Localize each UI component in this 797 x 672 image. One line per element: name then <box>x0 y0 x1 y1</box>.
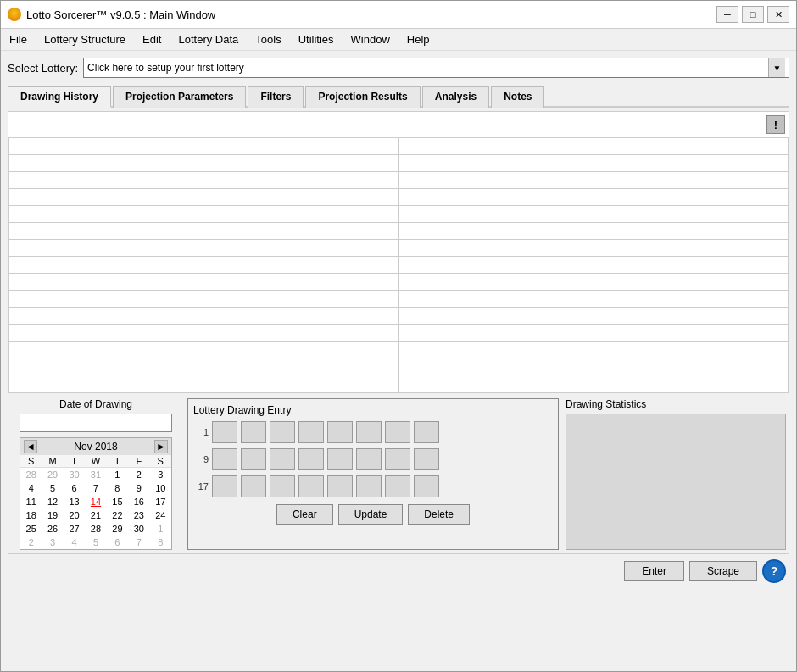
menu-item-tools[interactable]: Tools <box>247 31 289 48</box>
calendar-day[interactable]: 5 <box>42 481 63 495</box>
entry-box-9-6[interactable] <box>356 448 382 470</box>
maximize-button[interactable]: □ <box>742 6 764 23</box>
calendar-day[interactable]: 6 <box>107 536 128 549</box>
table-row <box>9 155 789 172</box>
delete-button[interactable]: Delete <box>408 504 470 525</box>
calendar-day[interactable]: 5 <box>85 536 106 549</box>
entry-box-1-2[interactable] <box>241 421 266 443</box>
entry-box-17-6[interactable] <box>356 475 382 497</box>
entry-box-1-7[interactable] <box>385 421 410 443</box>
calendar-day[interactable]: 14 <box>85 495 106 508</box>
calendar-day[interactable]: 25 <box>20 522 42 536</box>
tab-notes[interactable]: Notes <box>491 86 544 108</box>
menu-item-utilities[interactable]: Utilities <box>290 31 343 48</box>
calendar-day[interactable]: 2 <box>20 536 42 549</box>
entry-box-1-3[interactable] <box>270 421 295 443</box>
update-button[interactable]: Update <box>338 504 404 525</box>
close-button[interactable]: ✕ <box>767 6 789 23</box>
entry-box-17-5[interactable] <box>327 475 353 497</box>
tab-analysis[interactable]: Analysis <box>422 86 489 108</box>
calendar-day[interactable]: 31 <box>85 468 106 481</box>
entry-box-9-1[interactable] <box>212 448 237 470</box>
enter-button[interactable]: Enter <box>624 561 684 581</box>
date-input[interactable] <box>20 414 172 432</box>
calendar-day[interactable]: 3 <box>150 468 171 481</box>
calendar-day[interactable]: 29 <box>42 468 63 481</box>
calendar-day[interactable]: 3 <box>42 536 63 549</box>
calendar-day[interactable]: 26 <box>42 522 63 536</box>
calendar-day[interactable]: 30 <box>128 522 149 536</box>
calendar-day-header: F <box>128 455 149 467</box>
calendar-day[interactable]: 18 <box>20 508 42 522</box>
menu-item-lottery-data[interactable]: Lottery Data <box>170 31 247 48</box>
tab-filters[interactable]: Filters <box>248 86 304 108</box>
calendar-day[interactable]: 8 <box>107 481 128 495</box>
entry-box-17-7[interactable] <box>385 475 410 497</box>
calendar-day[interactable]: 7 <box>85 481 106 495</box>
info-button[interactable]: ! <box>766 115 785 134</box>
calendar-day[interactable]: 29 <box>107 522 128 536</box>
entry-box-1-5[interactable] <box>327 421 353 443</box>
calendar-day[interactable]: 23 <box>128 508 149 522</box>
calendar-day[interactable]: 28 <box>20 468 42 481</box>
entry-box-1-6[interactable] <box>356 421 382 443</box>
calendar-day[interactable]: 6 <box>64 481 85 495</box>
calendar-day[interactable]: 11 <box>20 495 42 508</box>
table-row <box>9 189 789 206</box>
calendar-day[interactable]: 8 <box>150 536 171 549</box>
calendar-day[interactable]: 12 <box>42 495 63 508</box>
menu-item-file[interactable]: File <box>1 31 36 48</box>
calendar-day[interactable]: 1 <box>150 522 171 536</box>
calendar-day[interactable]: 9 <box>128 481 149 495</box>
minimize-button[interactable]: ─ <box>716 6 738 23</box>
entry-box-9-8[interactable] <box>414 448 439 470</box>
calendar-day[interactable]: 27 <box>64 522 85 536</box>
calendar-day[interactable]: 20 <box>64 508 85 522</box>
calendar-day[interactable]: 24 <box>150 508 171 522</box>
entry-box-1-1[interactable] <box>212 421 237 443</box>
menu-item-lottery-structure[interactable]: Lottery Structure <box>36 31 134 48</box>
menu-item-edit[interactable]: Edit <box>134 31 170 48</box>
entry-box-17-8[interactable] <box>414 475 439 497</box>
entry-box-9-4[interactable] <box>298 448 324 470</box>
calendar-prev-button[interactable]: ◄ <box>24 440 37 453</box>
calendar-day[interactable]: 1 <box>107 468 128 481</box>
calendar-day[interactable]: 30 <box>64 468 85 481</box>
menu-item-window[interactable]: Window <box>343 31 398 48</box>
calendar-day[interactable]: 28 <box>85 522 106 536</box>
calendar-day[interactable]: 15 <box>107 495 128 508</box>
calendar-day[interactable]: 16 <box>128 495 149 508</box>
calendar-day-header: S <box>20 455 42 467</box>
calendar-day[interactable]: 21 <box>85 508 106 522</box>
calendar-day[interactable]: 17 <box>150 495 171 508</box>
scrape-button[interactable]: Scrape <box>689 561 757 581</box>
calendar-next-button[interactable]: ► <box>154 440 168 453</box>
calendar-day[interactable]: 7 <box>128 536 149 549</box>
entry-box-17-1[interactable] <box>212 475 237 497</box>
select-lottery-dropdown[interactable]: Click here to setup your first lottery ▼ <box>83 58 789 78</box>
clear-button[interactable]: Clear <box>276 504 333 525</box>
entry-box-1-4[interactable] <box>298 421 324 443</box>
tab-projection-parameters[interactable]: Projection Parameters <box>113 86 246 108</box>
entry-box-9-2[interactable] <box>241 448 266 470</box>
table-row <box>9 206 789 223</box>
calendar-day[interactable]: 19 <box>42 508 63 522</box>
calendar-day[interactable]: 10 <box>150 481 171 495</box>
entry-row-label: 17 <box>193 481 209 492</box>
calendar-day[interactable]: 4 <box>64 536 85 549</box>
entry-box-9-3[interactable] <box>270 448 295 470</box>
entry-box-9-7[interactable] <box>385 448 410 470</box>
entry-box-9-5[interactable] <box>327 448 353 470</box>
entry-box-17-3[interactable] <box>270 475 295 497</box>
entry-box-17-4[interactable] <box>298 475 324 497</box>
calendar-day[interactable]: 4 <box>20 481 42 495</box>
entry-box-17-2[interactable] <box>241 475 266 497</box>
calendar-day[interactable]: 2 <box>128 468 149 481</box>
help-button[interactable]: ? <box>762 559 786 583</box>
calendar-day[interactable]: 22 <box>107 508 128 522</box>
tab-drawing-history[interactable]: Drawing History <box>8 86 111 108</box>
menu-item-help[interactable]: Help <box>398 31 438 48</box>
entry-box-1-8[interactable] <box>414 421 439 443</box>
calendar-day[interactable]: 13 <box>64 495 85 508</box>
tab-projection-results[interactable]: Projection Results <box>305 86 420 108</box>
